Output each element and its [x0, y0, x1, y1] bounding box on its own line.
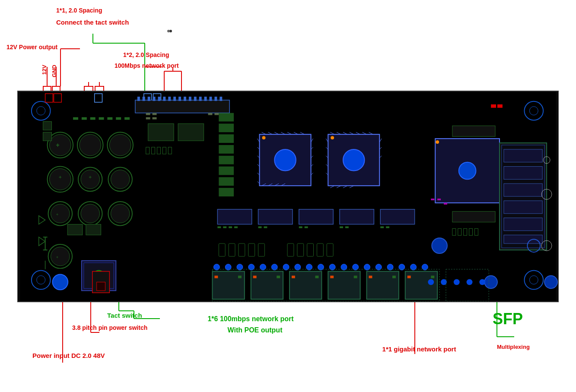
svg-rect-209 [229, 226, 232, 228]
svg-point-45 [50, 134, 71, 156]
svg-rect-217 [380, 226, 384, 228]
svg-rect-214 [305, 226, 308, 228]
svg-point-220 [459, 162, 476, 180]
svg-rect-206 [380, 209, 414, 224]
svg-point-263 [331, 136, 334, 139]
svg-rect-147 [220, 97, 222, 101]
svg-rect-136 [163, 97, 165, 101]
svg-rect-260 [219, 177, 234, 186]
svg-rect-158 [328, 272, 360, 299]
svg-rect-258 [219, 156, 234, 164]
svg-rect-248 [146, 113, 150, 115]
svg-rect-211 [258, 226, 262, 228]
label-network-port-line1: 1*6 100mbps network port [186, 315, 315, 324]
label-1x1-spacing: 1*1, 2.0 Spacing [56, 6, 102, 14]
svg-rect-252 [208, 113, 213, 115]
svg-rect-168 [354, 275, 357, 278]
svg-point-240 [428, 279, 434, 285]
svg-rect-204 [299, 209, 333, 224]
svg-point-86 [274, 149, 296, 171]
svg-rect-162 [238, 275, 242, 278]
svg-rect-266 [437, 199, 441, 200]
svg-rect-148 [148, 123, 174, 141]
svg-rect-138 [173, 97, 176, 101]
svg-point-52 [50, 169, 71, 190]
svg-point-32 [37, 107, 45, 115]
svg-rect-216 [345, 226, 349, 228]
label-power-input: Power input DC 2.0 48V [32, 351, 105, 360]
svg-rect-73 [90, 117, 95, 120]
svg-rect-157 [290, 272, 321, 299]
svg-rect-267 [444, 203, 447, 205]
svg-rect-169 [369, 275, 372, 278]
svg-rect-203 [258, 209, 293, 224]
svg-text:+: + [56, 142, 59, 149]
svg-rect-254 [219, 113, 234, 122]
svg-rect-78 [67, 224, 83, 235]
label-100mbps-port-top: 100Mbps network port [115, 62, 179, 70]
svg-rect-141 [189, 97, 191, 101]
svg-rect-143 [199, 97, 202, 101]
svg-point-61 [81, 204, 100, 223]
svg-rect-142 [194, 97, 197, 101]
svg-rect-253 [214, 113, 219, 115]
svg-rect-133 [148, 97, 150, 101]
svg-point-262 [262, 136, 265, 139]
svg-rect-161 [214, 275, 218, 278]
svg-rect-145 [209, 97, 212, 101]
svg-rect-229 [504, 218, 542, 231]
svg-rect-160 [405, 272, 437, 299]
svg-point-34 [37, 275, 45, 284]
svg-rect-155 [212, 272, 244, 299]
svg-rect-208 [223, 226, 226, 228]
svg-point-56 [111, 170, 130, 189]
label-multiplexing: Multiplexing [497, 344, 530, 351]
svg-rect-259 [219, 167, 234, 175]
svg-rect-228 [504, 201, 542, 214]
svg-rect-227 [504, 183, 542, 196]
svg-point-233 [544, 275, 557, 288]
svg-rect-134 [153, 97, 156, 101]
svg-rect-230 [504, 235, 542, 243]
svg-rect-172 [431, 275, 434, 278]
label-1x2-spacing: 1*2, 2.0 Spacing [123, 51, 169, 59]
svg-rect-265 [431, 199, 434, 200]
svg-point-232 [484, 275, 497, 288]
svg-rect-77 [124, 117, 130, 120]
svg-rect-137 [168, 97, 171, 101]
svg-point-231 [432, 238, 447, 253]
label-sfp: SFP [493, 309, 523, 329]
svg-rect-205 [340, 209, 374, 224]
svg-rect-159 [367, 272, 399, 299]
svg-point-38 [529, 275, 538, 284]
svg-rect-218 [386, 226, 389, 228]
label-poe-output: With POE output [212, 326, 298, 335]
svg-rect-69 [43, 121, 52, 130]
svg-rect-215 [340, 226, 343, 228]
svg-rect-213 [299, 226, 302, 228]
svg-rect-221 [452, 126, 495, 136]
svg-text:+: + [56, 212, 58, 217]
svg-point-48 [80, 134, 101, 156]
svg-rect-72 [82, 117, 87, 120]
svg-rect-166 [315, 275, 318, 278]
svg-rect-84 [97, 282, 105, 291]
svg-point-264 [436, 140, 439, 144]
svg-rect-249 [153, 113, 157, 115]
svg-rect-144 [204, 97, 207, 101]
svg-rect-75 [107, 117, 112, 120]
svg-rect-257 [219, 145, 234, 154]
svg-rect-71 [73, 117, 78, 120]
svg-rect-156 [251, 272, 283, 299]
svg-rect-165 [292, 275, 295, 278]
svg-text:+: + [56, 255, 58, 259]
svg-rect-170 [392, 275, 396, 278]
label-power-switch: 3.8 pitch pin power switch [72, 324, 147, 332]
svg-point-63 [111, 204, 130, 223]
svg-rect-76 [116, 117, 121, 120]
svg-rect-225 [504, 149, 542, 162]
svg-point-29 [167, 30, 170, 32]
pcb-board: + + + [17, 91, 559, 302]
svg-rect-79 [86, 224, 101, 235]
svg-rect-74 [99, 117, 104, 120]
